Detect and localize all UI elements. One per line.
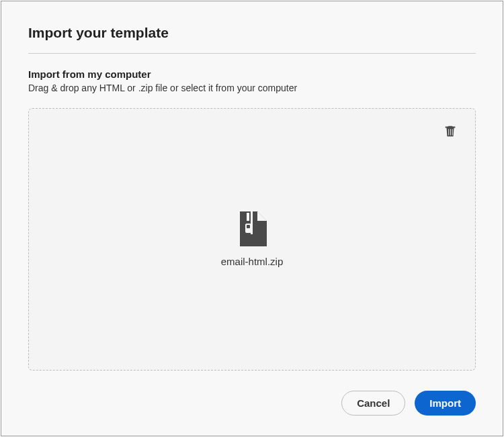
svg-rect-12	[251, 211, 253, 234]
divider	[28, 53, 476, 54]
section-description: Drag & drop any HTML or .zip file or sel…	[28, 83, 476, 93]
svg-marker-2	[257, 211, 267, 221]
svg-rect-9	[247, 218, 248, 220]
import-template-dialog: Import your template Import from my comp…	[1, 1, 503, 436]
uploaded-file: email-html.zip	[221, 211, 284, 267]
section-title: Import from my computer	[28, 68, 476, 80]
svg-rect-7	[247, 215, 248, 217]
delete-file-button[interactable]	[440, 121, 460, 143]
zip-file-icon	[237, 211, 267, 249]
svg-rect-8	[248, 217, 249, 218]
file-dropzone[interactable]: email-html.zip	[28, 108, 476, 371]
svg-rect-6	[248, 214, 249, 215]
trash-icon	[443, 130, 458, 140]
dialog-footer: Cancel Import	[28, 391, 476, 416]
dialog-title: Import your template	[28, 25, 476, 41]
file-name: email-html.zip	[221, 256, 284, 267]
cancel-button[interactable]: Cancel	[341, 391, 405, 416]
svg-rect-5	[247, 213, 248, 214]
svg-rect-11	[247, 225, 250, 228]
import-button[interactable]: Import	[415, 391, 476, 416]
